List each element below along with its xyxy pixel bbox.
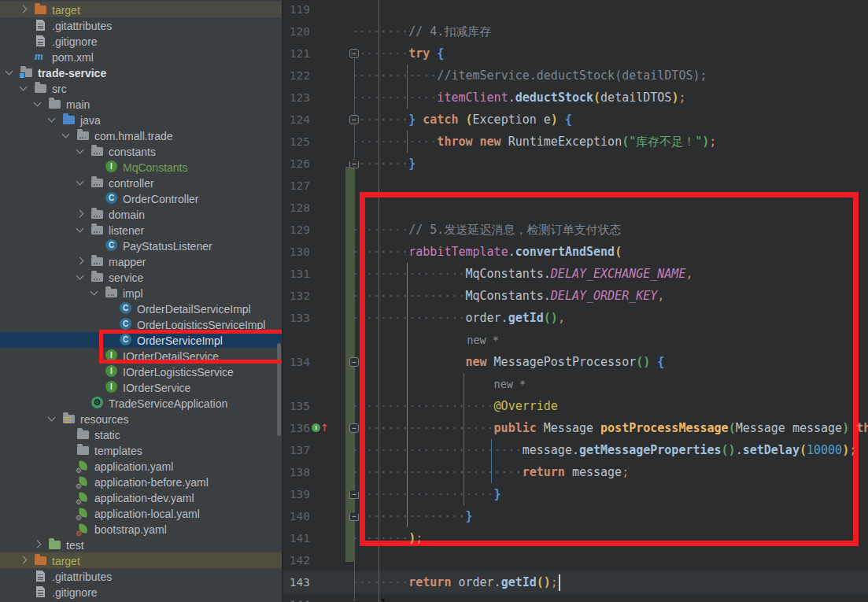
line-number-130[interactable]: 130	[283, 241, 310, 263]
tree-item-target[interactable]: target	[0, 2, 282, 17]
tree-item-pom-xml[interactable]: mpom.xml	[0, 49, 282, 65]
line-number-142[interactable]: 142	[283, 549, 310, 571]
chevron-right-icon[interactable]	[20, 6, 28, 13]
line-number-121[interactable]: 121	[283, 42, 310, 65]
line-number-126[interactable]: 126	[283, 153, 310, 175]
tree-item-static[interactable]: static	[0, 427, 282, 442]
tree-item-tradeserviceapplication[interactable]: ⚙TradeServiceApplication	[0, 395, 282, 411]
line-number-143[interactable]: 143	[283, 571, 310, 593]
tree-item-impl[interactable]: impl	[0, 285, 282, 301]
line-number-132[interactable]: 132	[283, 285, 310, 307]
code-line-124[interactable]: } catch (Exception e) {	[408, 109, 572, 131]
line-number-138[interactable]: 138	[283, 461, 310, 483]
tree-item-iorderlogisticsservice[interactable]: IIOrderLogisticsService	[0, 364, 282, 379]
code-line-137[interactable]: message.getMessageProperties().setDelay(…	[523, 439, 856, 461]
chevron-down-icon[interactable]	[6, 68, 13, 76]
line-number-137[interactable]: 137	[283, 439, 310, 461]
code-line-130[interactable]: rabbitTemplate.convertAndSend(	[408, 241, 622, 263]
line-number-141[interactable]: 141	[283, 527, 310, 549]
tree-item-test[interactable]: test	[0, 537, 282, 552]
fold-collapse-icon[interactable]: −	[349, 49, 359, 58]
tree-item-application-dev-yaml[interactable]: ⚙application-dev.yaml	[0, 489, 282, 505]
line-number-129[interactable]: 129	[283, 219, 310, 241]
code-line-132[interactable]: MqConstants.DELAY_ORDER_KEY,	[465, 285, 664, 307]
line-number-134[interactable]: 134	[283, 351, 310, 373]
line-number-119[interactable]: 119	[283, 0, 310, 20]
chevron-down-icon[interactable]	[20, 83, 28, 91]
tree-item-controller[interactable]: controller	[0, 175, 282, 190]
line-number-133[interactable]: 133	[283, 307, 310, 329]
fold-collapse-icon[interactable]: −	[349, 357, 359, 367]
line-number-123[interactable]: 123	[283, 87, 310, 109]
code-line-140[interactable]: }	[465, 505, 472, 527]
chevron-down-icon[interactable]	[48, 115, 56, 123]
override-arrow-icon[interactable]: ↑	[320, 423, 330, 434]
line-number-135[interactable]: 135	[283, 395, 310, 417]
tree-item-domain[interactable]: domain	[0, 206, 282, 222]
override-method-icon[interactable]: I	[312, 423, 320, 432]
line-number-122[interactable]: 122	[283, 65, 310, 87]
code-line-143[interactable]: return order.getId();	[408, 571, 558, 593]
chevron-down-icon[interactable]	[62, 131, 70, 138]
line-number-140[interactable]: 140	[283, 505, 310, 527]
tree-item-ordercontroller[interactable]: COrderController	[0, 190, 282, 206]
line-number-136[interactable]: 136	[283, 417, 310, 439]
tree-item-mqconstants[interactable]: IMqConstants	[0, 159, 282, 175]
code-line-144[interactable]: }	[380, 593, 387, 602]
line-number-139[interactable]: 139	[283, 483, 310, 505]
code-line-126[interactable]: }	[408, 153, 416, 175]
code-line-123[interactable]: itemClient.deductStock(detailDTOS);	[437, 87, 685, 109]
tree-item-iorderservice[interactable]: IIOrderService	[0, 379, 282, 395]
chevron-right-icon[interactable]	[76, 210, 84, 218]
chevron-down-icon[interactable]	[76, 225, 84, 233]
tree-item-listener[interactable]: listener	[0, 222, 282, 238]
chevron-right-icon[interactable]	[76, 257, 84, 265]
chevron-down-icon[interactable]	[48, 414, 56, 422]
tree-item-application-local-yaml[interactable]: ⚙application-local.yaml	[0, 505, 282, 521]
tree-item-com-hmall-trade[interactable]: com.hmall.trade	[0, 127, 282, 143]
chevron-right-icon[interactable]	[34, 541, 42, 548]
tree-item-gitignore[interactable]: .gitignore	[0, 584, 282, 600]
fold-collapse-icon[interactable]: −	[349, 423, 359, 433]
code-line-131[interactable]: MqConstants.DELAY_EXCHANGE_NAME,	[465, 263, 693, 285]
code-line-134[interactable]: new MessagePostProcessor() {	[465, 351, 664, 373]
code-line-133[interactable]: order.getId(),	[465, 307, 564, 329]
code-line-122[interactable]: //itemService.deductStock(detailDTOS);	[437, 65, 707, 87]
tree-item-gitattributes[interactable]: .gitattributes	[0, 17, 282, 33]
tree-item-service[interactable]: service	[0, 269, 282, 285]
chevron-down-icon[interactable]	[90, 288, 98, 296]
line-number-144[interactable]: 144	[283, 593, 310, 602]
code-line-135[interactable]: @Override	[494, 395, 558, 417]
line-number-124[interactable]: 124	[283, 109, 310, 131]
chevron-down-icon[interactable]	[76, 178, 84, 186]
code-line-125[interactable]: throw new RuntimeException("库存不足！");	[437, 131, 716, 153]
tree-item-templates[interactable]: templates	[0, 442, 282, 458]
tree-item-target[interactable]: target	[0, 552, 282, 568]
tree-item-resources[interactable]: resources	[0, 411, 282, 427]
line-number-125[interactable]: 125	[283, 131, 310, 153]
code-line-139[interactable]: }	[494, 483, 501, 505]
code-line-121[interactable]: try {	[408, 42, 444, 65]
code-line-136[interactable]: public Message postProcessMessage(Messag…	[494, 417, 868, 439]
tree-item-gitignore[interactable]: .gitignore	[0, 33, 282, 49]
tree-item-mapper[interactable]: mapper	[0, 253, 282, 269]
line-number-131[interactable]: 131	[283, 263, 310, 285]
chevron-down-icon[interactable]	[76, 146, 84, 154]
code-line-141[interactable]: );	[408, 527, 423, 549]
chevron-down-icon[interactable]	[76, 272, 84, 280]
tree-item-paystatuslistener[interactable]: CPayStatusListener	[0, 238, 282, 253]
tree-item-orderdetailserviceimpl[interactable]: COrderDetailServiceImpl	[0, 301, 282, 316]
tree-item-application-before-yaml[interactable]: ⚙application-before.yaml	[0, 474, 282, 489]
tree-item-main[interactable]: main	[0, 96, 282, 112]
fold-collapse-icon[interactable]: −	[349, 115, 359, 124]
code-line-129[interactable]: // 5.发送延迟消息，检测订单支付状态	[408, 219, 621, 241]
tree-item-constants[interactable]: constants	[0, 143, 282, 159]
tree-item-java[interactable]: java	[0, 112, 282, 127]
chevron-right-icon[interactable]	[20, 556, 28, 564]
code-line-120[interactable]: // 4.扣减库存	[408, 20, 491, 42]
code-line-138[interactable]: return message;	[523, 461, 629, 483]
line-number-127[interactable]: 127	[283, 175, 310, 197]
tree-item-gitattributes[interactable]: .gitattributes	[0, 568, 282, 584]
line-number-128[interactable]: 128	[283, 197, 310, 219]
tree-item-src[interactable]: src	[0, 80, 282, 96]
